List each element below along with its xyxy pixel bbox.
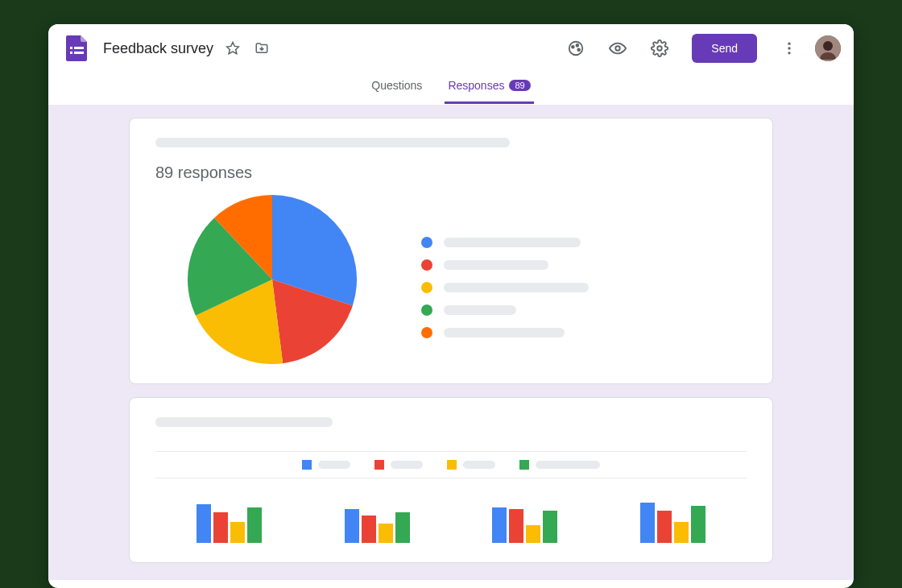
user-avatar[interactable] [815, 35, 841, 61]
pie-chart [188, 195, 357, 364]
svg-marker-4 [227, 43, 239, 54]
legend-label-placeholder [536, 461, 600, 469]
svg-rect-2 [70, 52, 72, 54]
response-card-pie: 89 responses [129, 118, 773, 384]
bar-red [657, 511, 672, 543]
svg-point-7 [577, 44, 579, 47]
bar-legend-item [374, 460, 423, 470]
bar-blue [640, 503, 655, 543]
legend-label-placeholder [444, 238, 581, 247]
legend-item [421, 304, 589, 316]
bar-group [197, 504, 262, 543]
question-title-placeholder [155, 138, 510, 147]
bar-group [345, 509, 410, 543]
bar-chart [155, 495, 747, 543]
bar-blue [345, 509, 359, 543]
svg-point-5 [569, 42, 583, 56]
pie-legend [421, 237, 589, 338]
bar-group [640, 503, 705, 543]
legend-dot-icon [421, 327, 432, 338]
legend-label-placeholder [463, 461, 495, 469]
legend-label-placeholder [391, 461, 423, 469]
bar-red [213, 512, 228, 543]
svg-point-15 [823, 41, 833, 51]
bar-legend [155, 451, 747, 478]
bar-yellow [230, 522, 245, 543]
bar-green [543, 511, 557, 543]
legend-dot-icon [421, 304, 432, 316]
settings-gear-icon[interactable] [643, 32, 676, 64]
preview-eye-icon[interactable] [602, 32, 634, 64]
svg-rect-0 [70, 47, 72, 49]
legend-dot-icon [421, 259, 432, 271]
send-button[interactable]: Send [692, 34, 757, 63]
bar-yellow [674, 522, 689, 543]
svg-point-6 [572, 46, 574, 48]
bar-blue [492, 507, 507, 543]
bar-red [362, 516, 376, 543]
question-title-placeholder [155, 417, 333, 427]
bar-green [691, 506, 705, 543]
legend-square-icon [447, 460, 457, 470]
theme-icon[interactable] [560, 32, 592, 64]
bar-green [395, 512, 410, 543]
content-area: 89 responses [48, 105, 854, 580]
legend-label-placeholder [444, 260, 548, 270]
svg-point-9 [616, 46, 621, 51]
svg-rect-1 [74, 47, 84, 49]
bar-legend-item [447, 460, 495, 470]
document-title[interactable]: Feedback survey [103, 40, 213, 57]
legend-label-placeholder [318, 461, 350, 469]
bar-group [492, 507, 557, 543]
bar-red [509, 509, 523, 543]
star-icon[interactable] [223, 39, 242, 58]
bar-blue [197, 504, 211, 543]
legend-square-icon [302, 460, 312, 470]
bar-yellow [379, 524, 393, 543]
tab-questions[interactable]: Questions [368, 72, 425, 104]
legend-label-placeholder [444, 283, 589, 292]
more-menu-icon[interactable] [773, 32, 805, 64]
app-window: Feedback survey Send Questions Resp [48, 24, 854, 588]
tab-bar: Questions Responses 89 [48, 72, 854, 105]
bar-legend-item [302, 460, 350, 470]
tab-questions-label: Questions [371, 79, 422, 92]
legend-item [421, 327, 589, 338]
svg-point-11 [788, 43, 790, 45]
svg-point-10 [658, 46, 663, 51]
svg-point-8 [578, 48, 581, 51]
legend-label-placeholder [444, 328, 565, 337]
legend-label-placeholder [444, 305, 516, 315]
bar-green [247, 507, 262, 543]
legend-dot-icon [421, 282, 432, 293]
legend-item [421, 259, 589, 271]
legend-dot-icon [421, 237, 432, 248]
tab-responses[interactable]: Responses 89 [445, 72, 533, 104]
legend-square-icon [374, 460, 384, 470]
legend-item [421, 237, 589, 248]
svg-rect-3 [74, 52, 84, 54]
responses-count-label: 89 responses [155, 164, 747, 182]
response-card-bar [129, 397, 773, 563]
bar-yellow [526, 525, 540, 543]
tab-responses-label: Responses [448, 79, 504, 92]
bar-legend-item [519, 460, 600, 470]
move-folder-icon[interactable] [252, 39, 271, 58]
forms-app-icon[interactable] [61, 32, 93, 64]
legend-square-icon [519, 460, 529, 470]
legend-item [421, 282, 589, 293]
header-bar: Feedback survey Send [48, 24, 854, 72]
svg-point-13 [788, 52, 790, 54]
responses-badge: 89 [509, 80, 530, 91]
svg-point-12 [788, 47, 790, 49]
